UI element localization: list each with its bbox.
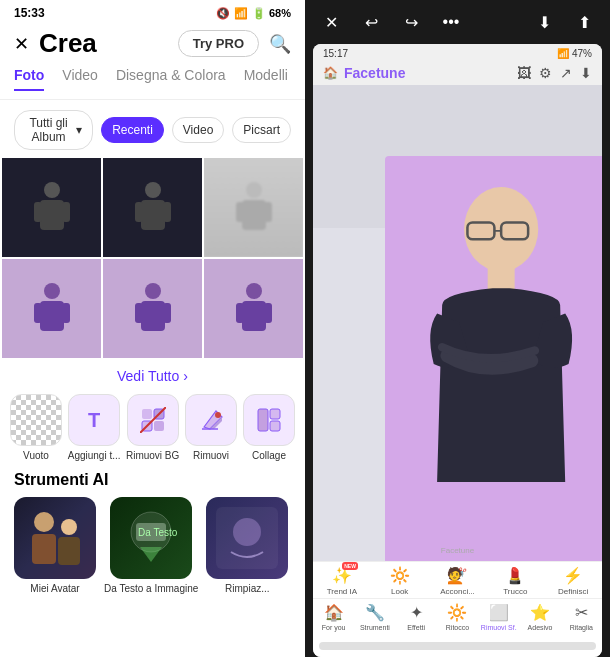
- home-icon[interactable]: 🏠: [323, 66, 338, 80]
- look-label: Look: [391, 587, 408, 596]
- phone-canvas: Facetune: [313, 85, 602, 561]
- bottom-tab-rimuovi[interactable]: ⬜ Rimuovi Sf.: [478, 603, 519, 631]
- effetti-label: Effetti: [407, 624, 425, 631]
- more-options-button[interactable]: •••: [437, 8, 465, 36]
- phone-tab-trend[interactable]: ✨ NEW Trend IA: [313, 566, 371, 596]
- bottom-tab-foryou[interactable]: 🏠 For you: [313, 603, 354, 631]
- photo-cell[interactable]: [103, 158, 202, 257]
- tool-vuoto[interactable]: Vuoto: [10, 394, 62, 461]
- phone-tab-definisci[interactable]: ⚡ Definisci: [544, 566, 602, 596]
- svg-rect-33: [270, 421, 280, 431]
- photo-cell[interactable]: [204, 158, 303, 257]
- bottom-tab-strumenti[interactable]: 🔧 Strumenti: [354, 603, 395, 631]
- vedi-tutto-arrow-icon: ›: [183, 368, 188, 384]
- ai-card-rimpiaz[interactable]: [206, 497, 288, 579]
- left-panel: 15:33 🔇 📶 🔋 68% ✕ Crea Try PRO 🔍 Foto Vi…: [0, 0, 305, 657]
- definisci-icon: ⚡: [563, 566, 583, 585]
- rimuovi-icon: ⬜: [489, 603, 509, 622]
- filter-picsart[interactable]: Picsart: [232, 117, 291, 143]
- settings-icon[interactable]: ⚙: [539, 65, 552, 81]
- bottom-tab-effetti[interactable]: ✦ Effetti: [396, 603, 437, 631]
- adesivo-label: Adesivo: [528, 624, 553, 631]
- svg-point-16: [145, 283, 161, 299]
- svg-point-36: [61, 519, 77, 535]
- filter-tutti[interactable]: Tutti gli Album ▾: [14, 110, 93, 150]
- ai-card-text2img-wrapper: Da Testo Da Testo a Immagine: [104, 497, 198, 594]
- svg-rect-23: [264, 303, 272, 323]
- adesivo-icon: ⭐: [530, 603, 550, 622]
- right-top-bar: ✕ ↩ ↪ ••• ⬇ ⬆: [305, 0, 610, 44]
- filter-video[interactable]: Video: [172, 117, 224, 143]
- bottom-tab-adesivo[interactable]: ⭐ Adesivo: [519, 603, 560, 631]
- svg-rect-13: [40, 301, 64, 331]
- header-right: Try PRO 🔍: [178, 30, 291, 57]
- phone-tab-trucco[interactable]: 💄 Trucco: [486, 566, 544, 596]
- right-panel: ✕ ↩ ↪ ••• ⬇ ⬆ 15:17 📶 47% 🏠 Facetune 🖼 ⚙…: [305, 0, 610, 657]
- redo-button[interactable]: ↪: [397, 8, 425, 36]
- bottom-tab-ritocco[interactable]: 🔆 Ritocco: [437, 603, 478, 631]
- rimuovi-label: Rimuovi Sf.: [481, 624, 517, 631]
- filter-recenti[interactable]: Recenti: [101, 117, 164, 143]
- foryou-icon: 🏠: [324, 603, 344, 622]
- status-bar: 15:33 🔇 📶 🔋 68%: [0, 0, 305, 24]
- ai-card-text2img[interactable]: Da Testo: [110, 497, 192, 579]
- svg-rect-22: [236, 303, 244, 323]
- text-icon: T: [68, 394, 120, 446]
- wifi-icon: 📶: [234, 7, 248, 20]
- phone-screen: 15:17 📶 47% 🏠 Facetune 🖼 ⚙ ↗ ⬇: [313, 44, 602, 657]
- strumenti-label: Strumenti: [360, 624, 390, 631]
- canvas-watermark: Facetune: [441, 546, 474, 555]
- tool-collage[interactable]: Collage: [243, 394, 295, 461]
- svg-rect-7: [163, 202, 171, 222]
- phone-tab-look[interactable]: 🔆 Look: [371, 566, 429, 596]
- ai-card-avatar-label: Miei Avatar: [30, 583, 79, 594]
- undo-button[interactable]: ↩: [357, 8, 385, 36]
- photo-cell[interactable]: [204, 259, 303, 358]
- strip-bar[interactable]: [319, 642, 596, 650]
- filter-row: Tutti gli Album ▾ Recenti Video Picsart: [0, 100, 305, 158]
- vedi-tutto-row[interactable]: Vedi Tutto ›: [0, 358, 305, 390]
- status-icons: 🔇 📶 🔋 68%: [216, 7, 291, 20]
- tool-rimuovi-label: Rimuovi: [193, 450, 229, 461]
- bottom-tab-ritaglia[interactable]: ✂ Ritaglia: [561, 603, 602, 631]
- svg-rect-32: [270, 409, 280, 419]
- share-button[interactable]: ⬆: [570, 8, 598, 36]
- search-icon[interactable]: 🔍: [269, 33, 291, 55]
- right-top-right: ⬇ ⬆: [530, 8, 598, 36]
- tool-collage-label: Collage: [252, 450, 286, 461]
- phone-status-bar: 15:17 📶 47%: [313, 44, 602, 61]
- photo-cell[interactable]: [2, 158, 101, 257]
- tab-video[interactable]: Video: [62, 67, 98, 91]
- tab-foto[interactable]: Foto: [14, 67, 44, 91]
- ritaglia-icon: ✂: [575, 603, 588, 622]
- canvas-person-svg: [400, 133, 602, 561]
- tab-modelli[interactable]: Modelli: [244, 67, 288, 91]
- tool-rimuovi[interactable]: Rimuovi: [185, 394, 237, 461]
- right-top-left: ✕ ↩ ↪ •••: [317, 8, 465, 36]
- tool-rimuovibg-label: Rimuovi BG: [126, 450, 179, 461]
- share-nav-icon[interactable]: ↗: [560, 65, 572, 81]
- close-button-right[interactable]: ✕: [317, 8, 345, 36]
- tool-aggiungi[interactable]: T Aggiungi t...: [68, 394, 120, 461]
- phone-tab-acconci[interactable]: 💇 Acconci...: [429, 566, 487, 596]
- try-pro-button[interactable]: Try PRO: [178, 30, 259, 57]
- download-nav-icon[interactable]: ⬇: [580, 65, 592, 81]
- trend-icon: ✨ NEW: [332, 566, 352, 585]
- definisci-label: Definisci: [558, 587, 588, 596]
- ai-card-rimpiaz-label: Rimpiaz...: [225, 583, 269, 594]
- photo-cell[interactable]: [2, 259, 101, 358]
- ai-card-avatar[interactable]: [14, 497, 96, 579]
- close-icon[interactable]: ✕: [14, 33, 29, 55]
- trucco-icon: 💄: [505, 566, 525, 585]
- tool-rimuovi-bg[interactable]: Rimuovi BG: [126, 394, 179, 461]
- phone-bottom-bar: 🏠 For you 🔧 Strumenti ✦ Effetti 🔆 Ritocc…: [313, 598, 602, 635]
- gallery-icon[interactable]: 🖼: [517, 65, 531, 81]
- svg-point-4: [145, 182, 161, 198]
- ai-cards-row: Miei Avatar Da Testo Da Testo a Immagine: [0, 497, 305, 594]
- svg-rect-17: [141, 301, 165, 331]
- download-button[interactable]: ⬇: [530, 8, 558, 36]
- svg-rect-35: [32, 534, 56, 564]
- photo-cell[interactable]: [103, 259, 202, 358]
- ai-section-title: Strumenti AI: [0, 467, 305, 497]
- tab-disegna[interactable]: Disegna & Colora: [116, 67, 226, 91]
